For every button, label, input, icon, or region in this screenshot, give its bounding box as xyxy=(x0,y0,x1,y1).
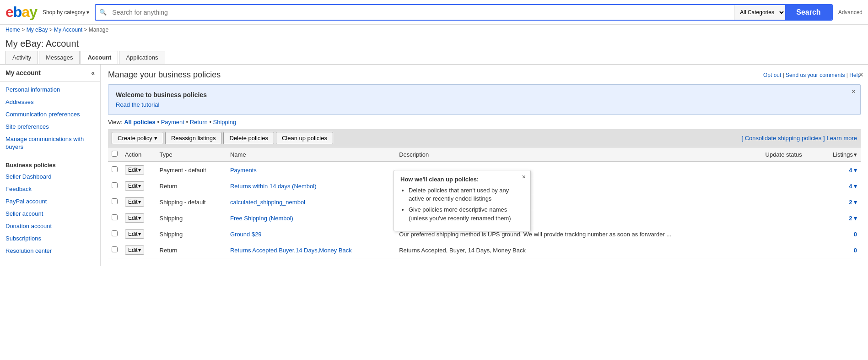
tooltip-item-2: Give policies more descriptive names (un… xyxy=(409,206,524,222)
edit-button[interactable]: Edit ▾ xyxy=(125,165,144,175)
row-listings: 4 ▾ xyxy=(819,178,861,194)
create-policy-button[interactable]: Create policy ▾ xyxy=(112,132,163,144)
consolidate-link[interactable]: [ Consolidate shipping policies ] xyxy=(741,135,825,142)
sidebar-item-manage-comm[interactable]: Manage communications with buyers xyxy=(0,133,100,154)
sidebar-item-site-prefs[interactable]: Site preferences xyxy=(0,120,100,133)
sidebar-item-donation-account[interactable]: Donation account xyxy=(0,220,100,232)
dropdown-arrow-icon: ▾ xyxy=(154,135,157,142)
row-checkbox[interactable] xyxy=(112,230,118,236)
advanced-link[interactable]: Advanced xyxy=(838,9,863,16)
breadcrumb-home[interactable]: Home xyxy=(5,27,20,33)
policy-toolbar: Create policy ▾ Reassign listings Delete… xyxy=(108,129,861,147)
breadcrumb-myebay[interactable]: My eBay xyxy=(27,27,48,33)
edit-button[interactable]: Edit ▾ xyxy=(125,213,144,223)
page-title: My eBay: Account xyxy=(0,35,868,51)
sidebar-item-seller-account[interactable]: Seller account xyxy=(0,207,100,220)
outer-close-button[interactable]: × xyxy=(858,70,863,80)
main-layout: My account « Personal information Addres… xyxy=(0,65,868,266)
sidebar-item-feedback[interactable]: Feedback xyxy=(0,183,100,195)
tooltip-list: Delete policies that aren't used by any … xyxy=(400,186,524,223)
row-type: Shipping xyxy=(156,226,226,242)
tooltip-close-button[interactable]: × xyxy=(522,173,526,180)
edit-dropdown-icon: ▾ xyxy=(138,231,141,237)
content-header: Manage your business policies Opt out | … xyxy=(108,70,861,80)
sidebar-section-business-policies: Business policies xyxy=(0,158,100,170)
sidebar-item-personal-info[interactable]: Personal information xyxy=(0,83,100,96)
filter-return[interactable]: Return xyxy=(190,119,208,125)
edit-button[interactable]: Edit ▾ xyxy=(125,181,144,191)
send-comments-link[interactable]: Send us your comments xyxy=(786,72,845,78)
sidebar-item-paypal-account[interactable]: PayPal account xyxy=(0,195,100,207)
opt-out-link[interactable]: Opt out xyxy=(763,72,781,78)
filter-payment[interactable]: Payment xyxy=(161,119,184,125)
listing-arrow-icon: ▾ xyxy=(854,167,857,174)
clean-up-policies-button[interactable]: Clean up policies xyxy=(276,132,333,144)
ebay-logo[interactable]: ebay xyxy=(5,4,37,21)
sidebar-item-subscriptions[interactable]: Subscriptions xyxy=(0,232,100,245)
welcome-close-button[interactable]: × xyxy=(852,87,856,96)
row-listings: 4 ▾ xyxy=(819,162,861,178)
edit-button[interactable]: Edit ▾ xyxy=(125,197,144,207)
row-name-link[interactable]: Returns within 14 days (Nembol) xyxy=(230,183,317,190)
sidebar-item-comm-prefs[interactable]: Communication preferences xyxy=(0,108,100,120)
edit-button[interactable]: Edit ▾ xyxy=(125,229,144,239)
tabs-bar: Activity Messages Account Applications xyxy=(0,51,868,65)
row-description: Returns Accepted, Buyer, 14 Days, Money … xyxy=(395,242,761,258)
listing-arrow-icon: ▾ xyxy=(854,215,857,222)
row-checkbox[interactable] xyxy=(112,246,118,252)
sidebar-title: My account xyxy=(5,69,41,76)
row-name-link[interactable]: Ground $29 xyxy=(230,231,262,238)
row-checkbox[interactable] xyxy=(112,166,118,172)
search-icon: 🔍 xyxy=(96,5,110,20)
row-name-link[interactable]: Free Shipping (Nembol) xyxy=(230,215,293,222)
tutorial-link[interactable]: Read the tutorial xyxy=(116,101,159,108)
tab-account[interactable]: Account xyxy=(81,51,118,64)
view-filter: View: All policies • Payment • Return • … xyxy=(108,119,861,125)
edit-button[interactable]: Edit ▾ xyxy=(125,245,144,255)
category-select[interactable]: All Categories xyxy=(734,5,785,20)
sidebar-item-addresses[interactable]: Addresses xyxy=(0,96,100,108)
row-update-status xyxy=(762,162,819,178)
shop-by-category[interactable]: Shop by category ▾ xyxy=(43,9,89,16)
listing-arrow-icon: ▾ xyxy=(854,183,857,190)
row-listings: 2 ▾ xyxy=(819,210,861,226)
row-name-link[interactable]: calculated_shipping_nembol xyxy=(230,199,305,206)
reassign-listings-button[interactable]: Reassign listings xyxy=(165,132,222,144)
filter-shipping[interactable]: Shipping xyxy=(213,119,237,125)
sidebar-collapse-button[interactable]: « xyxy=(91,69,95,76)
th-name: Name xyxy=(226,147,395,162)
row-name-link[interactable]: Payments xyxy=(230,167,257,174)
content-header-links: Opt out | Send us your comments | Help xyxy=(763,72,861,78)
breadcrumb-manage: Manage xyxy=(89,27,108,33)
row-checkbox[interactable] xyxy=(112,182,118,188)
learn-more-link[interactable]: Learn more xyxy=(827,135,857,142)
tab-applications[interactable]: Applications xyxy=(119,51,165,64)
row-checkbox[interactable] xyxy=(112,198,118,204)
row-update-status xyxy=(762,210,819,226)
filter-all[interactable]: All policies xyxy=(124,119,156,125)
listings-sort-icon: ▾ xyxy=(854,151,857,158)
th-listings[interactable]: Listings ▾ xyxy=(819,147,861,162)
delete-policies-button[interactable]: Delete policies xyxy=(223,132,274,144)
th-type: Type xyxy=(156,147,226,162)
th-description: Description xyxy=(395,147,761,162)
select-all-checkbox[interactable] xyxy=(112,151,118,157)
edit-dropdown-icon: ▾ xyxy=(138,247,141,253)
row-listings: 0 xyxy=(819,226,861,242)
row-checkbox[interactable] xyxy=(112,214,118,220)
content-title: Manage your business policies xyxy=(108,70,221,80)
row-listings: 2 ▾ xyxy=(819,194,861,210)
edit-dropdown-icon: ▾ xyxy=(138,167,141,173)
search-bar: 🔍 All Categories Search xyxy=(95,4,832,21)
tab-activity[interactable]: Activity xyxy=(5,51,38,64)
tab-messages[interactable]: Messages xyxy=(39,51,80,64)
row-name-link[interactable]: Returns Accepted,Buyer,14 Days,Money Bac… xyxy=(230,247,352,254)
breadcrumb-myaccount[interactable]: My Account xyxy=(54,27,82,33)
sidebar-item-seller-dashboard[interactable]: Seller Dashboard xyxy=(0,170,100,183)
search-button[interactable]: Search xyxy=(785,5,831,20)
row-update-status xyxy=(762,194,819,210)
search-input[interactable] xyxy=(110,5,734,20)
header: ebay Shop by category ▾ 🔍 All Categories… xyxy=(0,0,868,25)
sidebar-item-resolution-center[interactable]: Resolution center xyxy=(0,245,100,257)
tooltip-item-1: Delete policies that aren't used by any … xyxy=(409,186,524,203)
